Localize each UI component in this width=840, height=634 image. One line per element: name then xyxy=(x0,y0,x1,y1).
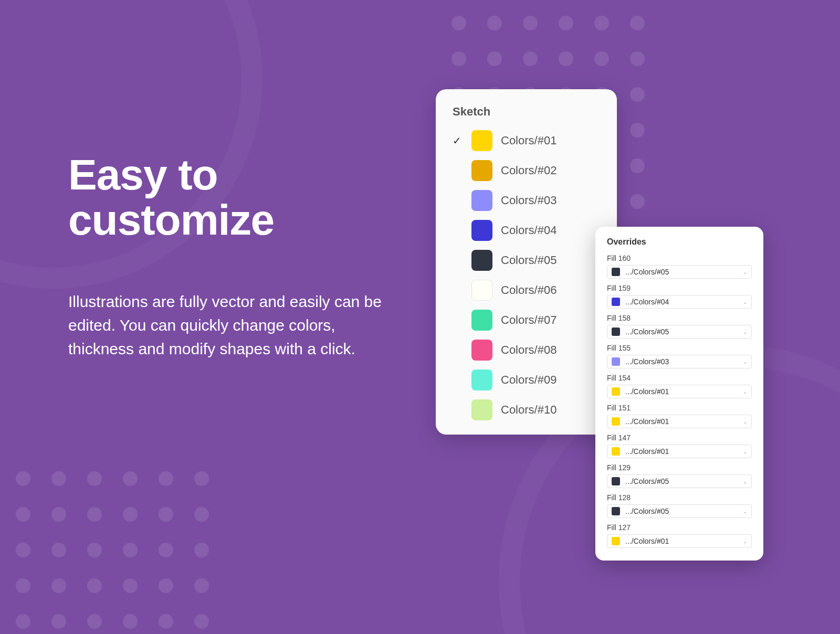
dropdown-swatch xyxy=(612,327,620,336)
chevron-down-icon: ⌄ xyxy=(743,538,747,544)
overrides-panel: Overrides Fill 160.../Colors/#05⌄Fill 15… xyxy=(595,227,763,561)
color-list-item[interactable]: Colors/#04 xyxy=(450,220,602,241)
dropdown-value: .../Colors/#01 xyxy=(625,417,743,426)
color-swatch xyxy=(471,130,492,151)
decorative-dot xyxy=(159,578,173,593)
color-label: Colors/#06 xyxy=(501,283,556,297)
chevron-down-icon: ⌄ xyxy=(743,329,747,335)
decorative-dot xyxy=(630,158,645,173)
color-dropdown[interactable]: .../Colors/#05⌄ xyxy=(607,474,752,488)
color-dropdown[interactable]: .../Colors/#05⌄ xyxy=(607,325,752,339)
override-item: Fill 158.../Colors/#05⌄ xyxy=(607,314,752,339)
page-description: Illustrations are fully vector and easil… xyxy=(68,290,394,361)
fill-label: Fill 151 xyxy=(607,404,752,412)
color-dropdown[interactable]: .../Colors/#04⌄ xyxy=(607,295,752,309)
decorative-dot xyxy=(123,578,138,593)
override-item: Fill 159.../Colors/#04⌄ xyxy=(607,284,752,309)
color-dropdown[interactable]: .../Colors/#01⌄ xyxy=(607,415,752,428)
decorative-dot xyxy=(594,16,609,30)
chevron-down-icon: ⌄ xyxy=(743,419,747,425)
decorative-dot xyxy=(16,543,30,557)
override-item: Fill 155.../Colors/#03⌄ xyxy=(607,344,752,368)
dropdown-swatch xyxy=(612,417,620,426)
color-dropdown[interactable]: .../Colors/#01⌄ xyxy=(607,534,752,548)
color-dropdown[interactable]: .../Colors/#03⌄ xyxy=(607,355,752,368)
dropdown-swatch xyxy=(612,477,620,485)
dropdown-swatch xyxy=(612,537,620,545)
decorative-dot xyxy=(16,614,30,629)
decorative-dot xyxy=(523,16,538,30)
override-item: Fill 151.../Colors/#01⌄ xyxy=(607,404,752,428)
color-list-item[interactable]: Colors/#06 xyxy=(450,280,602,301)
decorative-dot xyxy=(487,51,502,66)
color-list-item[interactable]: ✓Colors/#01 xyxy=(450,130,602,151)
color-label: Colors/#05 xyxy=(501,253,556,267)
sketch-panel-title: Sketch xyxy=(450,105,602,119)
fill-label: Fill 127 xyxy=(607,523,752,532)
decorative-dot xyxy=(523,51,538,66)
fill-label: Fill 158 xyxy=(607,314,752,322)
color-list-item[interactable]: Colors/#05 xyxy=(450,250,602,271)
override-item: Fill 128.../Colors/#05⌄ xyxy=(607,493,752,518)
decorative-dot xyxy=(123,471,138,486)
color-dropdown[interactable]: .../Colors/#05⌄ xyxy=(607,265,752,279)
color-label: Colors/#01 xyxy=(501,134,556,147)
decorative-dot xyxy=(16,471,30,486)
sketch-color-list: ✓Colors/#01Colors/#02Colors/#03Colors/#0… xyxy=(450,130,602,420)
decorative-dot xyxy=(630,16,645,30)
fill-label: Fill 128 xyxy=(607,493,752,502)
color-list-item[interactable]: Colors/#08 xyxy=(450,340,602,361)
dropdown-value: .../Colors/#05 xyxy=(625,327,743,336)
decorative-dot xyxy=(87,507,102,522)
color-label: Colors/#03 xyxy=(501,194,556,207)
decorative-dot xyxy=(87,471,102,486)
decorative-dot xyxy=(51,507,66,522)
color-swatch xyxy=(471,220,492,241)
override-item: Fill 154.../Colors/#01⌄ xyxy=(607,374,752,398)
color-label: Colors/#07 xyxy=(501,313,556,327)
color-swatch xyxy=(471,369,492,390)
color-swatch xyxy=(471,280,492,301)
color-dropdown[interactable]: .../Colors/#01⌄ xyxy=(607,445,752,458)
dropdown-value: .../Colors/#05 xyxy=(625,477,743,485)
page-title: Easy to customize xyxy=(68,152,394,242)
dropdown-swatch xyxy=(612,387,620,396)
decorative-dot xyxy=(159,614,173,629)
decorative-dot xyxy=(87,578,102,593)
dropdown-value: .../Colors/#01 xyxy=(625,537,743,545)
color-dropdown[interactable]: .../Colors/#01⌄ xyxy=(607,385,752,398)
override-item: Fill 160.../Colors/#05⌄ xyxy=(607,254,752,279)
decorative-dot xyxy=(123,614,138,629)
color-list-item[interactable]: Colors/#07 xyxy=(450,310,602,331)
color-list-item[interactable]: Colors/#10 xyxy=(450,399,602,420)
decorative-dot xyxy=(452,16,466,30)
color-list-item[interactable]: Colors/#09 xyxy=(450,369,602,390)
dropdown-swatch xyxy=(612,298,620,306)
chevron-down-icon: ⌄ xyxy=(743,269,747,275)
color-dropdown[interactable]: .../Colors/#05⌄ xyxy=(607,504,752,518)
decorative-dot xyxy=(159,471,173,486)
decorative-dot xyxy=(630,87,645,102)
fill-label: Fill 129 xyxy=(607,463,752,472)
chevron-down-icon: ⌄ xyxy=(743,359,747,365)
color-list-item[interactable]: Colors/#02 xyxy=(450,160,602,181)
override-item: Fill 127.../Colors/#01⌄ xyxy=(607,523,752,548)
fill-label: Fill 154 xyxy=(607,374,752,382)
dropdown-value: .../Colors/#04 xyxy=(625,298,743,306)
decorative-dot xyxy=(16,578,30,593)
decorative-dot xyxy=(51,543,66,557)
color-label: Colors/#10 xyxy=(501,403,556,417)
color-label: Colors/#04 xyxy=(501,224,556,237)
decorative-dot xyxy=(51,614,66,629)
decorative-dot xyxy=(630,123,645,138)
decorative-dot xyxy=(194,507,209,522)
decorative-dot xyxy=(123,543,138,557)
decorative-dot xyxy=(123,507,138,522)
decorative-dot xyxy=(594,51,609,66)
decorative-dot xyxy=(194,471,209,486)
chevron-down-icon: ⌄ xyxy=(743,299,747,305)
chevron-down-icon: ⌄ xyxy=(743,389,747,395)
color-label: Colors/#02 xyxy=(501,164,556,177)
dropdown-swatch xyxy=(612,507,620,515)
color-list-item[interactable]: Colors/#03 xyxy=(450,190,602,211)
